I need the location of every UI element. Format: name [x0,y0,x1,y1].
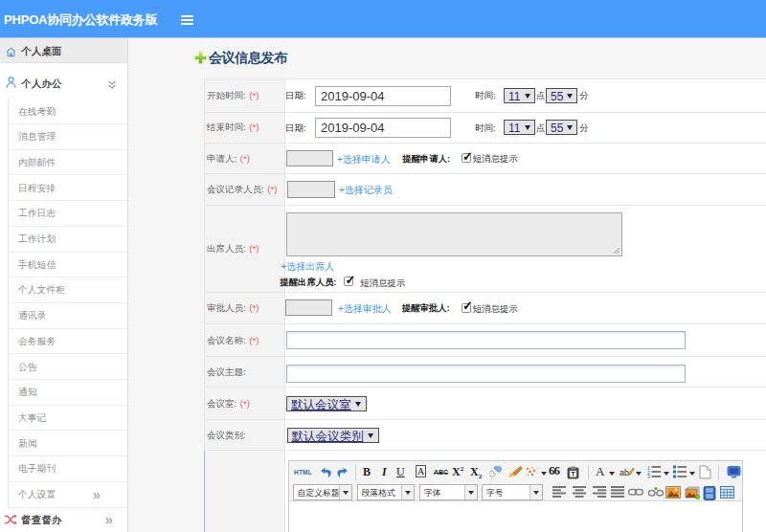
svg-text:3: 3 [647,474,650,478]
svg-text:ab: ab [620,468,629,477]
